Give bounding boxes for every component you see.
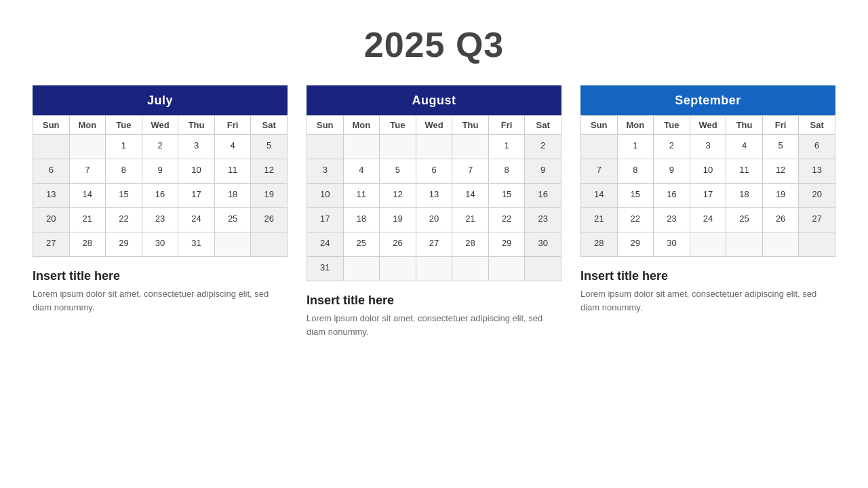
cal-cell-day-26[interactable]: 26 — [380, 232, 416, 257]
cal-cell-day-16[interactable]: 16 — [142, 184, 179, 208]
cal-cell-day-20[interactable]: 20 — [799, 184, 835, 208]
cal-cell-day-22[interactable]: 22 — [489, 208, 526, 232]
cal-cell-day-13[interactable]: 13 — [416, 184, 453, 208]
cal-cell-day-14[interactable]: 14 — [70, 184, 106, 208]
section-body-1: Lorem ipsum dolor sit amet, consectetuer… — [307, 312, 561, 338]
day-header-fri: Fri — [489, 116, 526, 135]
cal-cell-day-22[interactable]: 22 — [106, 208, 142, 232]
cal-cell-day-20[interactable]: 20 — [416, 208, 453, 232]
cal-cell-day-17[interactable]: 17 — [178, 184, 215, 208]
cal-cell-day-30[interactable]: 30 — [654, 232, 690, 257]
cal-cell-day-12[interactable]: 12 — [763, 159, 800, 184]
cal-cell-day-1[interactable]: 1 — [489, 135, 526, 159]
cal-cell-day-26[interactable]: 26 — [763, 208, 800, 232]
cal-cell-day-1[interactable]: 1 — [106, 135, 142, 159]
cal-cell-day-11[interactable]: 11 — [215, 159, 252, 184]
cal-cell-empty — [763, 232, 800, 257]
cal-cell-day-30[interactable]: 30 — [525, 232, 561, 257]
cal-cell-empty — [416, 135, 453, 159]
cal-cell-day-27[interactable]: 27 — [416, 232, 453, 257]
cal-cell-day-14[interactable]: 14 — [581, 184, 618, 208]
cal-cell-day-11[interactable]: 11 — [726, 159, 763, 184]
cal-cell-day-25[interactable]: 25 — [215, 208, 252, 232]
cal-cell-day-22[interactable]: 22 — [618, 208, 654, 232]
cal-cell-day-19[interactable]: 19 — [251, 184, 288, 208]
cal-cell-day-3[interactable]: 3 — [178, 135, 215, 159]
cal-cell-day-27[interactable]: 27 — [799, 208, 835, 232]
cal-cell-day-4[interactable]: 4 — [215, 135, 252, 159]
cal-cell-day-23[interactable]: 23 — [142, 208, 179, 232]
cal-cell-day-5[interactable]: 5 — [251, 135, 288, 159]
cal-cell-day-23[interactable]: 23 — [525, 208, 561, 232]
cal-cell-day-11[interactable]: 11 — [344, 184, 380, 208]
cal-cell-day-24[interactable]: 24 — [307, 232, 344, 257]
cal-cell-day-10[interactable]: 10 — [690, 159, 727, 184]
cal-cell-day-9[interactable]: 9 — [525, 159, 561, 184]
cal-cell-day-4[interactable]: 4 — [726, 135, 763, 159]
cal-cell-day-17[interactable]: 17 — [307, 208, 344, 232]
calendar-header-july: July — [33, 85, 288, 115]
cal-cell-day-31[interactable]: 31 — [178, 232, 215, 257]
cal-cell-day-4[interactable]: 4 — [344, 159, 380, 184]
cal-cell-empty — [581, 135, 618, 159]
cal-cell-day-8[interactable]: 8 — [618, 159, 654, 184]
cal-cell-day-19[interactable]: 19 — [763, 184, 800, 208]
cal-cell-day-21[interactable]: 21 — [70, 208, 106, 232]
cal-cell-day-10[interactable]: 10 — [307, 184, 344, 208]
cal-cell-day-3[interactable]: 3 — [690, 135, 727, 159]
cal-cell-day-28[interactable]: 28 — [452, 232, 489, 257]
cal-cell-day-18[interactable]: 18 — [344, 208, 380, 232]
cal-cell-day-15[interactable]: 15 — [489, 184, 526, 208]
cal-cell-day-18[interactable]: 18 — [726, 184, 763, 208]
cal-cell-day-5[interactable]: 5 — [763, 135, 800, 159]
cal-cell-day-15[interactable]: 15 — [106, 184, 142, 208]
cal-cell-day-21[interactable]: 21 — [581, 208, 618, 232]
cal-cell-day-18[interactable]: 18 — [215, 184, 252, 208]
cal-cell-day-3[interactable]: 3 — [307, 159, 344, 184]
cal-cell-day-12[interactable]: 12 — [251, 159, 288, 184]
cal-cell-day-19[interactable]: 19 — [380, 208, 416, 232]
cal-cell-day-12[interactable]: 12 — [380, 184, 416, 208]
cal-cell-day-6[interactable]: 6 — [416, 159, 453, 184]
cal-cell-day-26[interactable]: 26 — [251, 208, 288, 232]
cal-cell-day-31[interactable]: 31 — [307, 257, 344, 281]
cal-cell-day-17[interactable]: 17 — [690, 184, 727, 208]
cal-cell-day-28[interactable]: 28 — [581, 232, 618, 257]
cal-cell-day-9[interactable]: 9 — [142, 159, 179, 184]
cal-cell-day-6[interactable]: 6 — [799, 135, 835, 159]
cal-cell-day-9[interactable]: 9 — [654, 159, 690, 184]
cal-cell-day-24[interactable]: 24 — [690, 208, 727, 232]
cal-cell-day-2[interactable]: 2 — [654, 135, 690, 159]
cal-cell-day-7[interactable]: 7 — [70, 159, 106, 184]
page-title: 2025 Q3 — [364, 24, 505, 65]
cal-cell-day-24[interactable]: 24 — [178, 208, 215, 232]
cal-cell-day-13[interactable]: 13 — [799, 159, 835, 184]
cal-cell-day-2[interactable]: 2 — [525, 135, 561, 159]
cal-cell-day-29[interactable]: 29 — [618, 232, 654, 257]
cal-cell-day-20[interactable]: 20 — [33, 208, 70, 232]
cal-cell-day-8[interactable]: 8 — [489, 159, 526, 184]
cal-cell-day-28[interactable]: 28 — [70, 232, 106, 257]
cal-cell-day-25[interactable]: 25 — [726, 208, 763, 232]
cal-cell-day-21[interactable]: 21 — [452, 208, 489, 232]
cal-cell-day-1[interactable]: 1 — [618, 135, 654, 159]
cal-cell-day-16[interactable]: 16 — [654, 184, 690, 208]
cal-cell-day-2[interactable]: 2 — [142, 135, 179, 159]
cal-cell-day-15[interactable]: 15 — [618, 184, 654, 208]
cal-cell-day-7[interactable]: 7 — [581, 159, 618, 184]
cal-cell-day-30[interactable]: 30 — [142, 232, 179, 257]
cal-cell-day-7[interactable]: 7 — [452, 159, 489, 184]
cal-cell-day-5[interactable]: 5 — [380, 159, 416, 184]
cal-cell-day-29[interactable]: 29 — [106, 232, 142, 257]
cal-cell-day-23[interactable]: 23 — [654, 208, 690, 232]
cal-cell-day-6[interactable]: 6 — [33, 159, 70, 184]
cal-cell-day-13[interactable]: 13 — [33, 184, 70, 208]
cal-cell-day-25[interactable]: 25 — [344, 232, 380, 257]
cal-cell-day-27[interactable]: 27 — [33, 232, 70, 257]
cal-cell-day-16[interactable]: 16 — [525, 184, 561, 208]
cal-cell-day-29[interactable]: 29 — [489, 232, 526, 257]
cal-cell-day-8[interactable]: 8 — [106, 159, 142, 184]
day-header-thu: Thu — [178, 116, 215, 135]
cal-cell-day-14[interactable]: 14 — [452, 184, 489, 208]
cal-cell-day-10[interactable]: 10 — [178, 159, 215, 184]
